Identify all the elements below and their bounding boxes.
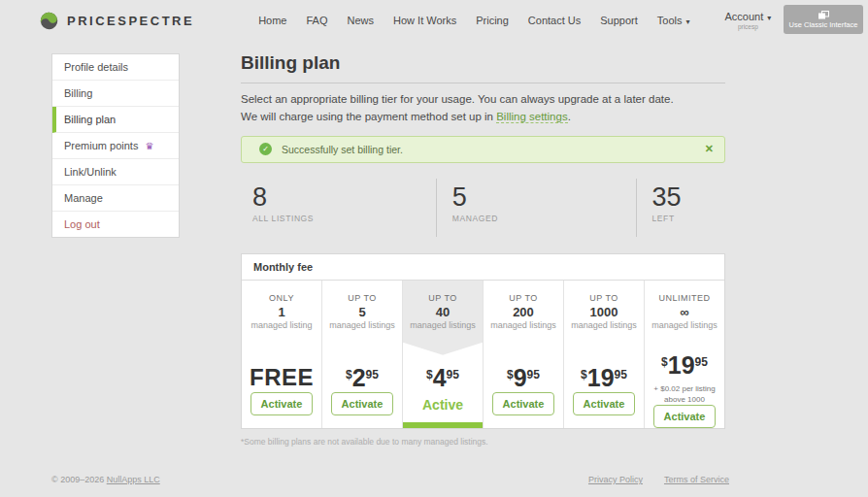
- active-tier-underline: [403, 422, 483, 428]
- sidebar-item-billing[interactable]: Billing: [52, 81, 179, 107]
- active-tier-pointer: [403, 343, 483, 355]
- tier-price: $495: [426, 364, 459, 392]
- chevron-down-icon: ▾: [767, 14, 771, 22]
- privacy-policy-link[interactable]: Privacy Policy: [588, 475, 643, 484]
- listings-stats: 8 ALL LISTINGS 5 MANAGED 35 LEFT: [241, 179, 725, 237]
- check-circle-icon: ✓: [259, 143, 272, 155]
- main-nav: Home FAQ News How It Works Pricing Conta…: [258, 15, 689, 26]
- tier-up-to-5: UP TO 5 managed listings $295 Activate: [322, 281, 403, 428]
- copyright: © 2009–2026 NullApps LLC: [51, 475, 160, 484]
- pricing-footnote: *Some billing plans are not available du…: [241, 437, 725, 447]
- alert-close-icon[interactable]: ✕: [705, 143, 714, 155]
- nav-contact-us[interactable]: Contact Us: [528, 15, 581, 26]
- tier-price: FREE: [250, 364, 314, 391]
- activate-button-tier-unlimited[interactable]: Activate: [653, 405, 716, 428]
- nav-how-it-works[interactable]: How It Works: [393, 15, 456, 26]
- terms-of-service-link[interactable]: Terms of Service: [664, 475, 729, 484]
- nav-pricing[interactable]: Pricing: [476, 15, 509, 26]
- stat-value: 8: [252, 182, 436, 213]
- page-footer: © 2009–2026 NullApps LLC Privacy Policy …: [0, 468, 868, 497]
- company-link[interactable]: NullApps LLC: [107, 475, 160, 484]
- stat-managed: 5 MANAGED: [436, 179, 636, 237]
- stat-label: LEFT: [652, 214, 726, 223]
- tier-unlimited: UNLIMITED ∞ managed listings $1995 + $0.…: [645, 281, 724, 428]
- tier-up-to-40-active: UP TO 40 managed listings $495 Active: [403, 281, 484, 428]
- description-line-1: Select an appropriate billing tier for y…: [241, 90, 725, 108]
- nav-account-dropdown[interactable]: Account▾ pricesp: [725, 11, 772, 30]
- tier-price: $1995: [661, 351, 708, 380]
- chevron-down-icon: ▾: [685, 17, 689, 26]
- billing-settings-link[interactable]: Billing settings: [496, 111, 568, 123]
- nav-home[interactable]: Home: [258, 15, 286, 26]
- activate-button-tier-5[interactable]: Activate: [331, 392, 393, 415]
- crown-icon: ♛: [145, 141, 153, 151]
- nav-news[interactable]: News: [348, 15, 375, 26]
- stat-value: 35: [652, 182, 726, 213]
- use-classic-interface-button[interactable]: Use Classic Interface: [784, 5, 863, 34]
- brand-logo[interactable]: PRICESPECTRE: [39, 11, 194, 31]
- sidebar-item-log-out[interactable]: Log out: [52, 212, 179, 237]
- pricing-tiers: ONLY 1 managed listing FREE Activate UP …: [242, 281, 724, 428]
- account-username: pricesp: [725, 23, 772, 30]
- stat-left: 35 LEFT: [636, 179, 726, 237]
- sidebar-item-premium-points[interactable]: Premium points ♛: [52, 133, 179, 159]
- nav-support[interactable]: Support: [600, 15, 638, 26]
- tier-only-1: ONLY 1 managed listing FREE Activate: [242, 281, 322, 428]
- activate-button-tier-200[interactable]: Activate: [492, 392, 554, 415]
- nav-tools-dropdown[interactable]: Tools▾: [657, 15, 690, 26]
- pricing-table-header: Monthly fee: [242, 254, 724, 281]
- stat-all-listings: 8 ALL LISTINGS: [241, 179, 436, 237]
- main-content: Billing plan Select an appropriate billi…: [241, 47, 725, 447]
- settings-sidebar: Profile details Billing Billing plan Pre…: [51, 53, 180, 238]
- success-alert: ✓ Successfully set billing tier. ✕: [241, 136, 725, 163]
- page-description: Select an appropriate billing tier for y…: [241, 90, 725, 126]
- brand-name: PRICESPECTRE: [67, 14, 194, 28]
- tier-price: $995: [507, 364, 540, 392]
- pricing-table: Monthly fee ONLY 1 managed listing FREE …: [241, 253, 725, 429]
- sidebar-item-profile-details[interactable]: Profile details: [52, 54, 179, 81]
- active-tier-status: Active: [422, 397, 463, 413]
- page-title: Billing plan: [241, 47, 725, 83]
- nav-faq[interactable]: FAQ: [306, 15, 327, 26]
- tier-up-to-1000: UP TO 1000 managed listings $1995 Activa…: [564, 281, 645, 428]
- sidebar-item-link-unlink[interactable]: Link/Unlink: [52, 159, 179, 185]
- billing-plan-page: PRICESPECTRE Home FAQ News How It Works …: [0, 0, 868, 497]
- activate-button-tier-1000[interactable]: Activate: [573, 392, 635, 415]
- tier-surcharge-note: + $0.02 per listing above 1000: [653, 384, 715, 406]
- description-line-2: We will charge using the payment method …: [241, 108, 725, 125]
- alert-message: Successfully set billing tier.: [282, 144, 403, 155]
- stat-value: 5: [452, 182, 636, 213]
- stat-label: ALL LISTINGS: [252, 214, 436, 223]
- tier-price: $295: [346, 364, 379, 392]
- activate-button-tier-1[interactable]: Activate: [250, 392, 313, 415]
- sidebar-item-billing-plan[interactable]: Billing plan: [52, 107, 179, 133]
- brand-swirl-icon: [35, 7, 62, 34]
- stat-label: MANAGED: [452, 214, 636, 223]
- tier-price: $1995: [581, 364, 627, 392]
- windows-icon: [818, 11, 829, 19]
- tier-up-to-200: UP TO 200 managed listings $995 Activate: [484, 281, 564, 428]
- classic-button-label: Use Classic Interface: [789, 20, 858, 29]
- sidebar-item-manage[interactable]: Manage: [52, 185, 179, 212]
- infinity-icon: ∞: [645, 305, 724, 319]
- top-navbar: PRICESPECTRE Home FAQ News How It Works …: [0, 0, 868, 41]
